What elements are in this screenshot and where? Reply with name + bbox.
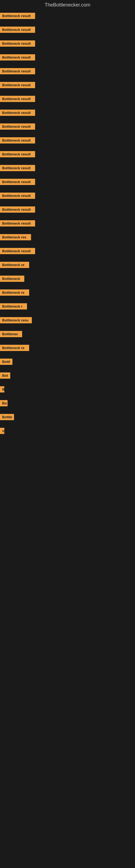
bar-section-27: B — [0, 382, 135, 396]
bottleneck-label-18: Bottleneck re — [0, 262, 29, 268]
bottleneck-label-29: Bottle — [0, 414, 14, 420]
bar-section-5: Bottleneck result — [0, 78, 135, 92]
bottleneck-bar-26[interactable]: Bot — [0, 372, 135, 379]
bar-section-29: Bottle — [0, 410, 135, 424]
bottleneck-label-12: Bottleneck result — [0, 179, 35, 185]
bottleneck-label-30: n — [0, 428, 4, 434]
bottleneck-label-6: Bottleneck result — [0, 96, 35, 102]
bar-section-15: Bottleneck result — [0, 216, 135, 230]
bottleneck-label-23: Bottlenec — [0, 331, 22, 337]
bar-section-22: Bottleneck resu — [0, 313, 135, 327]
bar-section-8: Bottleneck result — [0, 120, 135, 133]
bottleneck-label-13: Bottleneck result — [0, 193, 35, 199]
bottleneck-bar-3[interactable]: Bottleneck result — [0, 54, 135, 61]
bottleneck-bar-14[interactable]: Bottleneck result — [0, 207, 135, 213]
bar-section-9: Bottleneck result — [0, 133, 135, 147]
bottleneck-bar-9[interactable]: Bottleneck result — [0, 137, 135, 144]
bottleneck-label-4: Bottleneck result — [0, 68, 35, 74]
bottleneck-bar-12[interactable]: Bottleneck result — [0, 179, 135, 185]
bar-section-28: Bo — [0, 396, 135, 410]
bottleneck-label-17: Bottleneck result — [0, 248, 35, 254]
bottleneck-bar-18[interactable]: Bottleneck re — [0, 262, 135, 268]
bottleneck-label-25: Bottl — [0, 359, 12, 365]
bar-section-20: Bottleneck re — [0, 286, 135, 300]
bottleneck-label-9: Bottleneck result — [0, 137, 35, 144]
bottleneck-label-24: Bottleneck re — [0, 345, 29, 351]
bar-section-18: Bottleneck re — [0, 258, 135, 272]
bottleneck-bar-0[interactable]: Bottleneck result — [0, 13, 135, 19]
bottleneck-bar-8[interactable]: Bottleneck result — [0, 123, 135, 130]
bottleneck-label-5: Bottleneck result — [0, 82, 35, 88]
bar-section-11: Bottleneck result — [0, 161, 135, 175]
bar-section-21: Bottleneck r — [0, 300, 135, 313]
bottleneck-label-2: Bottleneck result — [0, 40, 35, 46]
bar-section-26: Bot — [0, 369, 135, 382]
bottleneck-label-8: Bottleneck result — [0, 123, 35, 130]
bar-section-1: Bottleneck result — [0, 23, 135, 37]
bottleneck-bar-28[interactable]: Bo — [0, 400, 135, 406]
bottleneck-label-10: Bottleneck result — [0, 151, 35, 157]
bottleneck-bar-21[interactable]: Bottleneck r — [0, 303, 135, 310]
bar-section-7: Bottleneck result — [0, 106, 135, 120]
bottleneck-bar-2[interactable]: Bottleneck result — [0, 40, 135, 46]
bottleneck-label-3: Bottleneck result — [0, 54, 35, 61]
bottleneck-bar-19[interactable]: Bottleneck — [0, 276, 135, 282]
bar-section-12: Bottleneck result — [0, 175, 135, 189]
bar-section-13: Bottleneck result — [0, 189, 135, 203]
bottleneck-label-19: Bottleneck — [0, 276, 24, 282]
bar-section-25: Bottl — [0, 355, 135, 369]
bottleneck-bar-17[interactable]: Bottleneck result — [0, 248, 135, 254]
bar-section-6: Bottleneck result — [0, 92, 135, 106]
bar-section-10: Bottleneck result — [0, 147, 135, 161]
bar-section-0: Bottleneck result — [0, 9, 135, 23]
bar-section-23: Bottlenec — [0, 327, 135, 341]
bar-section-14: Bottleneck result — [0, 203, 135, 216]
bottleneck-label-22: Bottleneck resu — [0, 317, 32, 323]
bottleneck-label-15: Bottleneck result — [0, 220, 35, 226]
bottleneck-bar-1[interactable]: Bottleneck result — [0, 27, 135, 33]
bar-section-19: Bottleneck — [0, 272, 135, 286]
bottleneck-bar-23[interactable]: Bottlenec — [0, 331, 135, 337]
bottleneck-bar-5[interactable]: Bottleneck result — [0, 82, 135, 88]
bottleneck-label-0: Bottleneck result — [0, 13, 35, 19]
bottleneck-bar-30[interactable]: n — [0, 428, 135, 434]
bottleneck-label-27: B — [0, 386, 4, 393]
bottleneck-label-28: Bo — [0, 400, 8, 406]
bottleneck-bar-22[interactable]: Bottleneck resu — [0, 317, 135, 323]
bottleneck-bar-4[interactable]: Bottleneck result — [0, 68, 135, 74]
bottleneck-label-14: Bottleneck result — [0, 207, 35, 213]
bottleneck-label-21: Bottleneck r — [0, 303, 27, 310]
bar-section-24: Bottleneck re — [0, 341, 135, 355]
bar-section-16: Bottleneck res — [0, 230, 135, 244]
bottleneck-bar-29[interactable]: Bottle — [0, 414, 135, 420]
site-title: TheBottlenecker.com — [0, 0, 135, 9]
bottleneck-bar-15[interactable]: Bottleneck result — [0, 220, 135, 226]
bottleneck-bar-25[interactable]: Bottl — [0, 359, 135, 365]
bottleneck-bar-7[interactable]: Bottleneck result — [0, 110, 135, 116]
bottleneck-label-26: Bot — [0, 372, 10, 379]
bar-section-30: n — [0, 424, 135, 438]
bottleneck-bar-11[interactable]: Bottleneck result — [0, 165, 135, 171]
bottleneck-label-11: Bottleneck result — [0, 165, 35, 171]
bar-section-4: Bottleneck result — [0, 64, 135, 78]
bottleneck-bar-16[interactable]: Bottleneck res — [0, 234, 135, 240]
bar-section-2: Bottleneck result — [0, 37, 135, 51]
bottleneck-bar-20[interactable]: Bottleneck re — [0, 289, 135, 296]
bottleneck-bar-13[interactable]: Bottleneck result — [0, 193, 135, 199]
bottleneck-label-7: Bottleneck result — [0, 110, 35, 116]
bottleneck-label-1: Bottleneck result — [0, 27, 35, 33]
bar-section-3: Bottleneck result — [0, 51, 135, 64]
bar-section-17: Bottleneck result — [0, 244, 135, 258]
bottleneck-bar-6[interactable]: Bottleneck result — [0, 96, 135, 102]
bottleneck-label-20: Bottleneck re — [0, 289, 29, 296]
bottleneck-bar-10[interactable]: Bottleneck result — [0, 151, 135, 157]
bottleneck-bar-24[interactable]: Bottleneck re — [0, 345, 135, 351]
bottleneck-label-16: Bottleneck res — [0, 234, 31, 240]
bottleneck-bar-27[interactable]: B — [0, 386, 135, 393]
